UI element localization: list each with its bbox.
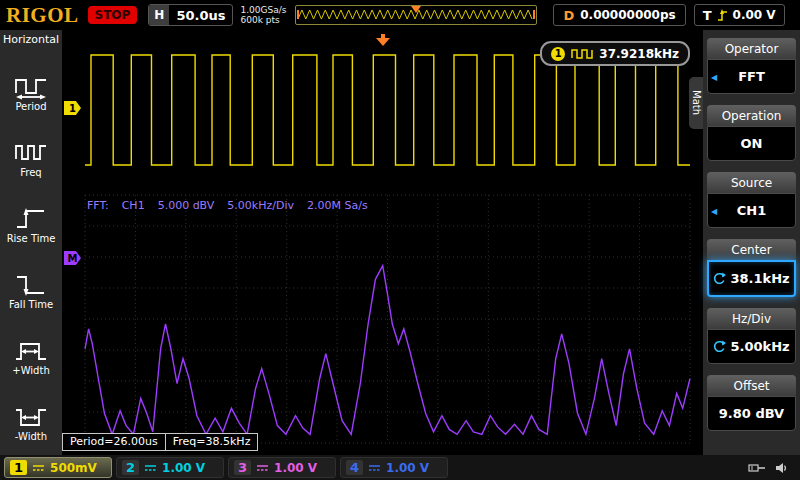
menu-header: Offset [707,375,796,396]
channel-number: 2 [122,460,139,475]
sidebar-item-minus-width[interactable]: -Width [0,404,62,442]
sidebar-item-period[interactable]: Period [0,74,62,112]
plot-canvas [62,30,703,455]
sidebar-item-label: -Width [15,431,47,442]
sidebar-item-rise-time[interactable]: Rise Time [0,206,62,244]
channel-3-status[interactable]: 3 1.00 V [228,457,336,478]
sidebar-item-label: Rise Time [7,233,56,244]
trigger-level-value: 0.00 V [733,8,776,22]
channel-number: 3 [234,460,251,475]
freq-readout: Freq=38.5kHz [166,433,259,451]
channel-scale: 1.00 V [274,461,317,475]
menu-item-offset[interactable]: Offset 9.80 dBV [707,375,796,431]
horizontal-scale-box: H 50.0us [148,4,233,26]
menu-value[interactable]: ◀ FFT [707,59,796,94]
rigol-logo: RIGOL [6,3,79,28]
waveform-display: 1 37.9218kHz 1 M FFT: CH1 5.000 dBV 5.00… [62,30,703,455]
left-triangle-icon: ◀ [711,206,717,215]
fall-time-icon [14,272,48,298]
menu-value[interactable]: 9.80 dBV [707,396,796,431]
speaker-icon [775,462,788,474]
waveform-memory-preview [295,5,537,25]
measurement-readouts: Period=26.00us Freq=38.5kHz [62,433,258,451]
menu-value-text: CH1 [737,203,766,218]
sidebar-item-fall-time[interactable]: Fall Time [0,272,62,310]
channel-4-status[interactable]: 4 1.00 V [340,457,448,478]
menu-item-operation[interactable]: Operation ON [707,105,796,161]
ch1-waveform-trace [85,55,690,165]
delay-readout-box: D 0.00000000ps [553,4,685,26]
menu-item-center[interactable]: Center 38.1kHz [707,239,796,297]
math-softkey-menu: Operator ◀ FFT Operation ON Source ◀ CH1… [703,30,800,455]
menu-value-text: 5.00kHz [730,339,789,354]
trigger-readout-box: T 0.00 V [694,4,785,26]
fft-trace [85,266,690,435]
sidebar-item-label: Fall Time [9,299,53,310]
math-menu-tab[interactable]: Math [689,77,703,129]
menu-item-source[interactable]: Source ◀ CH1 [707,172,796,228]
memory-depth: 600k pts [240,15,286,25]
oscilloscope-screen: RIGOL STOP H 50.0us 1.00GSa/s 600k pts D… [0,0,800,480]
preview-right-bracket-icon [533,10,535,19]
menu-item-operator[interactable]: Operator ◀ FFT [707,38,796,94]
rising-edge-icon [717,8,728,22]
acquisition-info: 1.00GSa/s 600k pts [240,5,286,25]
menu-value-text: 9.80 dBV [719,406,784,421]
delay-label: D [563,8,574,23]
menu-value[interactable]: ON [707,126,796,161]
fft-hzdiv: 5.00kHz/Div [227,199,294,212]
trigger-position-marker-icon [411,6,421,13]
horizontal-label: H [149,5,169,25]
freq-icon [14,140,48,166]
menu-header: Operation [707,105,796,126]
period-icon [14,74,48,100]
rise-time-icon [14,206,48,232]
rotate-knob-icon [713,340,726,353]
square-wave-icon [571,49,593,59]
dc-coupling-icon [256,464,269,472]
channel-1-status[interactable]: 1 500mV [4,457,112,478]
sidebar-item-label: Freq [20,167,41,178]
run-state-badge: STOP [88,6,138,24]
sample-rate: 1.00GSa/s [240,5,286,15]
menu-header: Operator [707,38,796,59]
system-icons [748,462,788,474]
measurement-badge: 1 37.9218kHz [540,41,690,66]
plus-width-icon [14,338,48,364]
fft-source: CH1 [122,199,145,212]
measurement-channel-badge: 1 [551,47,565,61]
trigger-position-icon[interactable] [376,34,390,47]
menu-value-text: 38.1kHz [730,271,789,286]
channel-2-status[interactable]: 2 1.00 V [116,457,224,478]
channel-scale: 500mV [50,461,97,475]
dc-coupling-icon [368,464,381,472]
sidebar-item-freq[interactable]: Freq [0,140,62,178]
fft-sample-rate: 2.00M Sa/s [307,199,368,212]
menu-value-text: FFT [738,69,765,84]
usb-plug-icon [748,463,766,473]
sidebar-item-label: +Width [12,365,49,376]
dc-coupling-icon [32,464,45,472]
delay-value: 0.00000000ps [580,8,675,22]
channel-scale: 1.00 V [162,461,205,475]
menu-value[interactable]: ◀ CH1 [707,193,796,228]
measurement-value: 37.9218kHz [599,47,679,61]
menu-item-hzdiv[interactable]: Hz/Div 5.00kHz [707,308,796,364]
fft-settings-readout: FFT: CH1 5.000 dBV 5.00kHz/Div 2.00M Sa/… [87,199,368,212]
channel-number: 1 [10,460,27,475]
sidebar-item-plus-width[interactable]: +Width [0,338,62,376]
trigger-label: T [703,8,712,23]
sidebar-title: Horizontal [0,30,62,46]
period-readout: Period=26.00us [62,433,166,451]
menu-value[interactable]: 5.00kHz [707,329,796,364]
measure-sidebar: Horizontal Period Freq Rise Time Fall T [0,30,62,455]
channel-status-bar: 1 500mV 2 1.00 V 3 1.00 V 4 1.00 V [0,455,800,480]
fft-scale: 5.000 dBV [158,199,215,212]
sidebar-item-label: Period [15,101,46,112]
menu-header: Hz/Div [707,308,796,329]
horizontal-scale-value: 50.0us [169,8,232,23]
menu-value[interactable]: 38.1kHz [707,260,796,297]
menu-header: Source [707,172,796,193]
channel-number: 4 [346,460,363,475]
fft-grid [85,195,690,443]
